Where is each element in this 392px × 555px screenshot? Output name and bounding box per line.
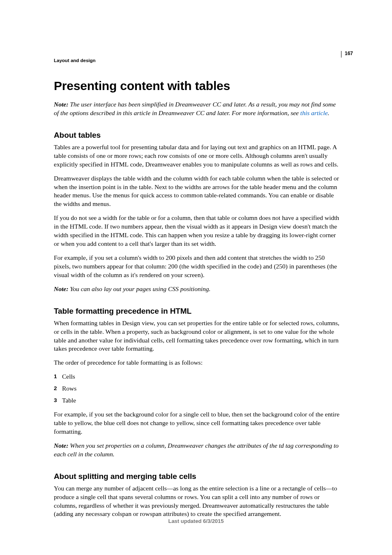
list-item: 3Table <box>62 396 341 405</box>
body-paragraph: For example, if you set a column's width… <box>54 254 341 280</box>
page-title: Presenting content with tables <box>54 79 341 93</box>
list-item-label: Cells <box>62 373 75 380</box>
footer-last-updated: Last updated 6/3/2015 <box>0 518 392 524</box>
note-column-properties: Note: When you set properties on a colum… <box>54 442 341 459</box>
list-item: 2Rows <box>62 384 341 393</box>
body-paragraph: For example, if you set the background c… <box>54 410 341 436</box>
list-number: 1 <box>54 373 57 380</box>
list-item: 1Cells <box>62 372 341 381</box>
note-label: Note: <box>54 101 68 108</box>
body-paragraph: If you do not see a width for the table … <box>54 214 341 248</box>
body-paragraph: Tables are a powerful tool for presentin… <box>54 143 341 169</box>
list-number: 2 <box>54 385 57 392</box>
heading-about-tables: About tables <box>54 131 341 140</box>
note-label: Note: <box>54 442 68 449</box>
note-text: You can also lay out your pages using CS… <box>68 285 210 292</box>
body-paragraph: When formatting tables in Design view, y… <box>54 319 341 354</box>
body-paragraph: The order of precedence for table format… <box>54 358 341 367</box>
intro-note-text-before: The user interface has been simplified i… <box>54 101 336 116</box>
body-paragraph: You can merge any number of adjacent cel… <box>54 484 341 519</box>
list-number: 3 <box>54 397 57 404</box>
heading-splitting-merging: About splitting and merging table cells <box>54 472 341 481</box>
intro-note-text-after: . <box>328 109 330 116</box>
intro-note-link[interactable]: this article <box>300 109 328 116</box>
page-number: 167 <box>341 51 353 58</box>
note-label: Note: <box>54 285 68 292</box>
note-text: When you set properties on a column, Dre… <box>54 442 339 458</box>
page: 167 Layout and design Presenting content… <box>0 0 392 555</box>
note-css-positioning: Note: You can also lay out your pages us… <box>54 285 341 294</box>
body-paragraph: Dreamweaver displays the table width and… <box>54 174 341 209</box>
list-item-label: Rows <box>62 385 76 392</box>
precedence-list: 1Cells 2Rows 3Table <box>54 372 341 405</box>
running-head: Layout and design <box>54 58 96 63</box>
content-area: Presenting content with tables Note: The… <box>54 79 341 524</box>
intro-note: Note: The user interface has been simpli… <box>54 100 341 118</box>
list-item-label: Table <box>62 397 76 404</box>
heading-formatting-precedence: Table formatting precedence in HTML <box>54 307 341 316</box>
